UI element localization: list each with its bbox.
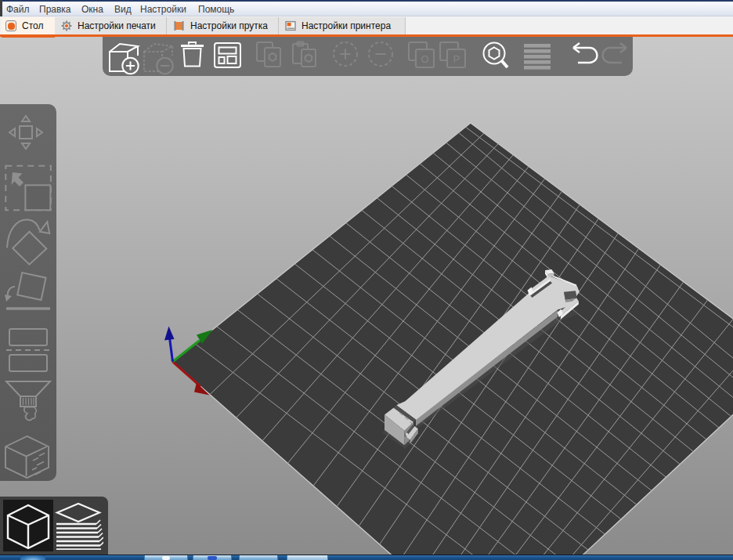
svg-text:P: P xyxy=(453,53,460,65)
svg-text:O: O xyxy=(421,53,429,65)
